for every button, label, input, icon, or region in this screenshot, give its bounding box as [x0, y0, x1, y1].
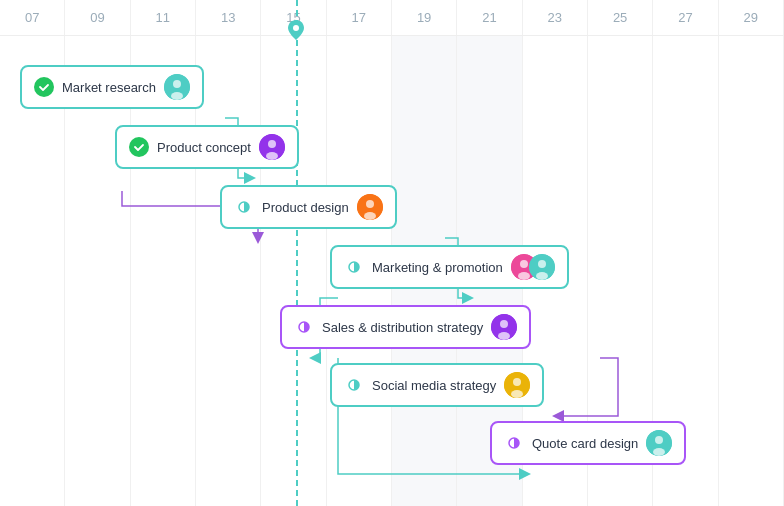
svg-point-10: [364, 212, 376, 220]
task-icon-market-research: [34, 77, 54, 97]
svg-point-13: [520, 260, 528, 268]
today-line: [296, 0, 298, 506]
task-card-product-design[interactable]: Product design: [220, 185, 397, 229]
timeline-col-29: 29: [719, 0, 784, 35]
timeline-header: 070911131517192123252729: [0, 0, 784, 36]
svg-point-17: [536, 272, 548, 280]
timeline-col-09: 09: [65, 0, 130, 35]
timeline-col-19: 19: [392, 0, 457, 35]
timeline-col-25: 25: [588, 0, 653, 35]
gantt-container: 070911131517192123252729: [0, 0, 784, 506]
task-card-sales-distribution[interactable]: Sales & distribution strategy: [280, 305, 531, 349]
avatar-group-market-research: [164, 74, 190, 100]
avatar-marketing-promotion-1: [529, 254, 555, 280]
timeline-col-11: 11: [131, 0, 196, 35]
avatar-group-sales-distribution: [491, 314, 517, 340]
task-card-marketing-promotion[interactable]: Marketing & promotion: [330, 245, 569, 289]
svg-point-21: [498, 332, 510, 340]
avatar-group-marketing-promotion: [511, 254, 555, 280]
svg-point-2: [173, 80, 181, 88]
timeline-col-21: 21: [457, 0, 522, 35]
task-label-marketing-promotion: Marketing & promotion: [372, 260, 503, 275]
svg-point-29: [653, 448, 665, 456]
avatar-sales-distribution-0: [491, 314, 517, 340]
task-card-market-research[interactable]: Market research: [20, 65, 204, 109]
svg-point-3: [171, 92, 183, 100]
timeline-col-13: 13: [196, 0, 261, 35]
task-label-social-media: Social media strategy: [372, 378, 496, 393]
grid-col-29: [719, 36, 784, 506]
task-icon-product-design: [234, 197, 254, 217]
svg-point-14: [518, 272, 530, 280]
avatar-group-product-design: [357, 194, 383, 220]
avatar-group-quote-card: [646, 430, 672, 456]
task-card-social-media[interactable]: Social media strategy: [330, 363, 544, 407]
timeline-col-07: 07: [0, 0, 65, 35]
avatar-social-media-0: [504, 372, 530, 398]
task-icon-social-media: [344, 375, 364, 395]
task-label-sales-distribution: Sales & distribution strategy: [322, 320, 483, 335]
task-icon-product-concept: [129, 137, 149, 157]
task-label-product-design: Product design: [262, 200, 349, 215]
svg-point-20: [500, 320, 508, 328]
avatar-product-design-0: [357, 194, 383, 220]
task-card-quote-card[interactable]: Quote card design: [490, 421, 686, 465]
avatar-product-concept-0: [259, 134, 285, 160]
timeline-col-23: 23: [523, 0, 588, 35]
task-icon-sales-distribution: [294, 317, 314, 337]
avatar-group-product-concept: [259, 134, 285, 160]
task-icon-marketing-promotion: [344, 257, 364, 277]
grid-col-13: [196, 36, 261, 506]
today-pin: [288, 20, 304, 40]
task-icon-quote-card: [504, 433, 524, 453]
avatar-quote-card-0: [646, 430, 672, 456]
svg-point-6: [266, 152, 278, 160]
grid-col-15: [261, 36, 326, 506]
task-card-product-concept[interactable]: Product concept: [115, 125, 299, 169]
task-label-market-research: Market research: [62, 80, 156, 95]
svg-point-0: [293, 25, 299, 31]
svg-point-16: [538, 260, 546, 268]
avatar-market-research-0: [164, 74, 190, 100]
timeline-col-27: 27: [653, 0, 718, 35]
timeline-col-17: 17: [327, 0, 392, 35]
svg-point-25: [511, 390, 523, 398]
svg-point-9: [366, 200, 374, 208]
task-label-quote-card: Quote card design: [532, 436, 638, 451]
task-label-product-concept: Product concept: [157, 140, 251, 155]
svg-point-5: [268, 140, 276, 148]
svg-point-28: [655, 436, 663, 444]
avatar-group-social-media: [504, 372, 530, 398]
svg-point-24: [513, 378, 521, 386]
